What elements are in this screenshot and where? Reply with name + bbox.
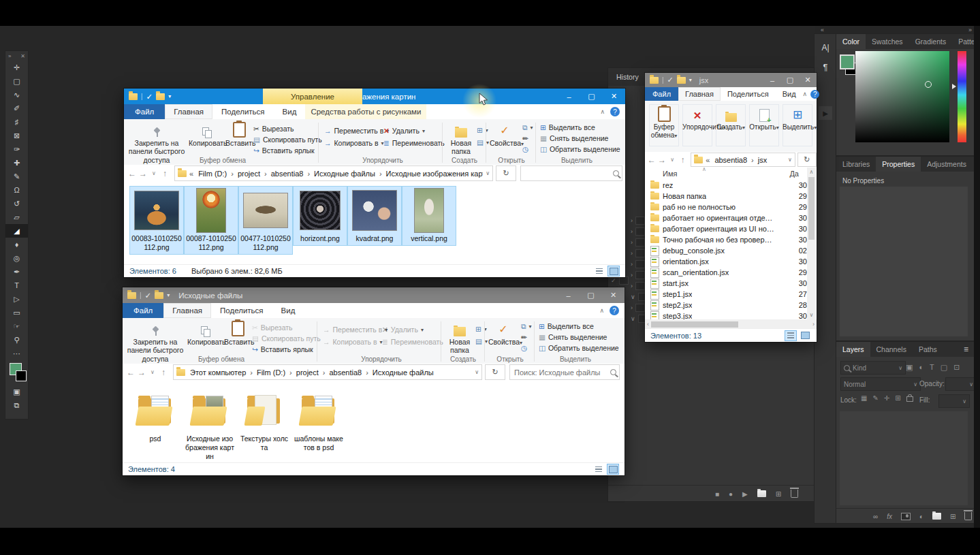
tab-layers[interactable]: Layers xyxy=(836,342,870,357)
move-tool[interactable]: ✛ xyxy=(5,61,28,74)
refresh-button[interactable]: ↻ xyxy=(496,165,516,181)
eraser-tool[interactable]: ▱ xyxy=(5,210,28,224)
action-item[interactable]: › xyxy=(631,260,645,268)
search-input[interactable] xyxy=(524,169,610,178)
back-icon[interactable]: ← xyxy=(127,169,138,178)
history-button[interactable]: ◷ xyxy=(522,145,528,153)
breadcrumb[interactable]: Этот компьютер xyxy=(188,368,248,377)
zoom-tool[interactable]: ⚲ xyxy=(5,333,28,347)
action-item[interactable]: › xyxy=(631,249,645,257)
link-layers-icon[interactable]: ∞ xyxy=(873,513,878,520)
help-icon[interactable]: ? xyxy=(610,107,620,116)
minimize-button[interactable]: – xyxy=(557,287,580,303)
address-bar[interactable]: « absentia8 jsx ∨ xyxy=(691,153,795,167)
breadcrumb[interactable]: Исходные файлы xyxy=(305,170,377,178)
filter-type-layers-icon[interactable]: T xyxy=(930,363,934,371)
edit-button[interactable]: ✏ xyxy=(522,134,528,142)
breadcrumb[interactable]: Film (D:) xyxy=(196,170,229,178)
details-view-icon[interactable] xyxy=(785,330,797,341)
lock-artboard-icon[interactable]: ⊞ xyxy=(895,394,900,402)
clear-selection-button[interactable]: ▦Снять выделение xyxy=(539,333,607,341)
tab-share[interactable]: Поделиться xyxy=(721,87,776,101)
forward-icon[interactable]: → xyxy=(657,155,667,165)
expand-dock-icon[interactable]: » xyxy=(968,27,972,33)
explorer-window-source-files[interactable]: | ✓ ▾ Исходные файлы – ▢ ✕ Файл Главная … xyxy=(123,287,625,475)
qat-properties-icon[interactable]: ✓ xyxy=(145,291,152,300)
move-to-button[interactable]: →Переместить в▾ xyxy=(323,326,388,334)
invert-selection-button[interactable]: ◫Обратить выделение xyxy=(540,145,620,153)
foreground-color-swatch[interactable] xyxy=(840,54,855,69)
up-icon[interactable]: ↑ xyxy=(678,155,688,165)
file-tile[interactable]: 00477-1010250112.png xyxy=(238,186,293,255)
minimize-button[interactable]: – xyxy=(763,73,781,87)
new-folder-button[interactable]: Новая папка xyxy=(445,320,474,355)
rename-button[interactable]: ≣Переименовать xyxy=(382,338,443,346)
horizontal-scrollbar[interactable]: ‹ › xyxy=(645,319,817,329)
fill-field[interactable]: ∨ xyxy=(938,394,970,408)
blend-mode-dropdown[interactable]: Normal∨ xyxy=(840,377,921,391)
delete-button[interactable]: ✕Удалить▾ xyxy=(382,326,424,334)
paste-shortcut-button[interactable]: ↪Вставить ярлык xyxy=(253,146,315,155)
open-group-button[interactable]: Открыть▾ xyxy=(749,104,779,146)
delete-layer-icon[interactable] xyxy=(964,512,972,520)
file-tile[interactable]: 00087-1010250112.png xyxy=(184,186,238,255)
breadcrumb-overflow-icon[interactable]: « xyxy=(706,156,710,164)
expand-panel-icon[interactable]: ▶ xyxy=(819,106,832,120)
recent-locations-icon[interactable]: ∨ xyxy=(667,157,678,163)
cut-button[interactable]: ✂Вырезать xyxy=(253,125,294,133)
tab-view[interactable]: Вид xyxy=(776,87,803,101)
invert-selection-button[interactable]: ◫Обратить выделение xyxy=(539,344,619,352)
new-action-icon[interactable]: ⊞ xyxy=(776,490,781,498)
scroll-right-icon[interactable]: › xyxy=(810,321,817,328)
search-input[interactable] xyxy=(513,368,607,377)
scroll-left-icon[interactable]: ‹ xyxy=(645,321,651,328)
character-panel-icon[interactable]: A| xyxy=(817,39,834,56)
address-bar[interactable]: Этот компьютер Film (D:) project absenti… xyxy=(173,364,482,380)
hue-slider[interactable] xyxy=(958,51,966,142)
file-row[interactable]: раб но не полностью29 xyxy=(645,202,807,212)
pen-tool[interactable]: ✒ xyxy=(5,265,28,279)
up-icon[interactable]: ↑ xyxy=(158,368,169,377)
breadcrumb[interactable]: Исходные файлы xyxy=(364,368,436,377)
address-dropdown-icon[interactable]: ∨ xyxy=(788,157,792,163)
help-icon[interactable]: ? xyxy=(810,90,819,99)
layer-filter-dropdown[interactable]: Kind∨ xyxy=(840,361,906,375)
copy-button[interactable]: Копировать xyxy=(187,320,223,346)
edit-toolbar-icon[interactable]: ⋯ xyxy=(5,347,28,360)
maximize-button[interactable]: ▢ xyxy=(580,89,603,104)
scroll-up-icon[interactable]: ∧ xyxy=(810,169,814,175)
new-set-folder-icon[interactable] xyxy=(757,490,766,497)
edit-button[interactable]: ✏ xyxy=(521,333,527,341)
recent-locations-icon[interactable]: ∨ xyxy=(147,369,158,375)
new-layer-icon[interactable]: ⊞ xyxy=(950,513,955,520)
lock-position-icon[interactable]: ✛ xyxy=(884,394,889,402)
file-row[interactable]: step2.jsx28 xyxy=(645,300,807,311)
qat-properties-icon[interactable]: ✓ xyxy=(667,76,674,84)
help-icon[interactable]: ? xyxy=(610,306,619,315)
breadcrumb[interactable]: absentia8 xyxy=(262,170,305,178)
breadcrumb[interactable]: project xyxy=(229,170,262,178)
stop-icon[interactable]: ■ xyxy=(715,490,719,498)
new-folder-button[interactable]: Новая папка xyxy=(447,121,475,156)
screen-mode-icon[interactable]: ⧉ xyxy=(5,398,28,412)
close-button[interactable]: ✕ xyxy=(799,73,817,87)
ribbon-collapse-icon[interactable]: ∧ xyxy=(600,108,605,115)
qat-customize-icon[interactable]: ▾ xyxy=(168,93,171,99)
record-icon[interactable]: ● xyxy=(729,490,733,498)
toolbar-close-icon[interactable]: ✕ xyxy=(20,53,25,59)
breadcrumb[interactable]: absentia8 xyxy=(321,368,364,377)
file-row[interactable]: start.jsx30 xyxy=(645,278,807,289)
file-list-area[interactable]: 00083-1010250112.png 00087-1010250112.pn… xyxy=(124,182,625,265)
scroll-down-icon[interactable]: ∨ xyxy=(810,312,814,318)
color-picker-marker[interactable] xyxy=(925,81,932,88)
file-row[interactable]: работает ориентация из UI но с диалоговы… xyxy=(645,223,807,234)
recent-locations-icon[interactable]: ∨ xyxy=(148,170,159,176)
healing-brush-tool[interactable]: ✚ xyxy=(5,156,28,170)
copy-to-button[interactable]: →Копировать в▾ xyxy=(324,139,384,147)
new-item-button[interactable]: ⊞▾ xyxy=(475,325,487,333)
tab-share[interactable]: Поделиться xyxy=(212,104,274,119)
ribbon-collapse-icon[interactable]: ∧ xyxy=(803,91,808,97)
select-all-button[interactable]: ⊞Выделить все xyxy=(539,322,594,330)
search-box[interactable] xyxy=(509,364,620,380)
file-row[interactable]: работает но ориентация отдельно30 xyxy=(645,212,807,223)
